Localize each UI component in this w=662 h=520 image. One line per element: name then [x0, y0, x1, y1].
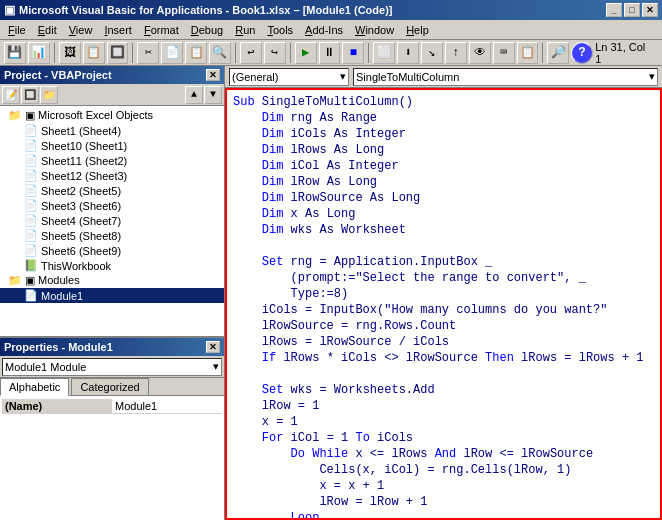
view-object-button[interactable]: 🔲: [21, 86, 39, 104]
menu-run[interactable]: Run: [229, 22, 261, 38]
tree-item-label: Sheet10 (Sheet1): [41, 140, 127, 152]
code-line: lRow = 1: [233, 398, 654, 414]
tree-item[interactable]: 📄Sheet12 (Sheet3): [0, 168, 224, 183]
code-line: [233, 238, 654, 254]
code-line: Dim iCols As Integer: [233, 126, 654, 142]
properties-title: Properties - Module1: [4, 341, 113, 353]
breakpoint-button[interactable]: ⬜: [373, 42, 395, 64]
toolbar: 💾 📊 🖼 📋 🔲 ✂ 📄 📋 🔍 ↩ ↪ ▶ ⏸ ■ ⬜ ⬇ ↘ ↑ 👁 ⌨ …: [0, 40, 662, 66]
tree-item-label: Sheet4 (Sheet7): [41, 215, 121, 227]
menu-window[interactable]: Window: [349, 22, 400, 38]
tree-item[interactable]: 📁▣ Microsoft Excel Objects: [0, 108, 224, 123]
tree-item[interactable]: 📄Sheet11 (Sheet2): [0, 153, 224, 168]
left-panel: Project - VBAProject ✕ 📝 🔲 📁 ▲ ▼ 📁▣ Micr…: [0, 66, 225, 520]
tree-item[interactable]: 📄Sheet10 (Sheet1): [0, 138, 224, 153]
properties-panel: Properties - Module1 ✕ Module1 Module ▾ …: [0, 338, 224, 520]
copy-button[interactable]: 📄: [161, 42, 183, 64]
properties-toolbar: Module1 Module ▾: [0, 356, 224, 378]
properties-object-dropdown[interactable]: Module1 Module ▾: [2, 358, 222, 376]
step-over-button[interactable]: ↘: [421, 42, 443, 64]
property-val-name[interactable]: Module1: [112, 399, 222, 413]
menu-format[interactable]: Format: [138, 22, 185, 38]
tab-categorized[interactable]: Categorized: [71, 378, 148, 395]
code-line: Set rng = Application.InputBox _: [233, 254, 654, 270]
code-line: Dim lRowSource As Long: [233, 190, 654, 206]
code-editor[interactable]: Sub SingleToMultiColumn() Dim rng As Ran…: [225, 88, 662, 520]
menu-edit[interactable]: Edit: [32, 22, 63, 38]
step-out-button[interactable]: ↑: [445, 42, 467, 64]
toggle-folders-button[interactable]: 📁: [40, 86, 58, 104]
view-excel-button[interactable]: 📊: [28, 42, 50, 64]
insert-userform-button[interactable]: 🖼: [59, 42, 81, 64]
run-button[interactable]: ▶: [295, 42, 317, 64]
tree-item-label: Module1: [41, 290, 83, 302]
project-close-button[interactable]: ✕: [206, 69, 220, 81]
tree-item[interactable]: 📄Sheet3 (Sheet6): [0, 198, 224, 213]
menu-file[interactable]: File: [2, 22, 32, 38]
tree-item-icon: 📄: [24, 154, 38, 167]
menu-tools[interactable]: Tools: [261, 22, 299, 38]
redo-button[interactable]: ↪: [264, 42, 286, 64]
tree-item-label: Sheet2 (Sheet5): [41, 185, 121, 197]
menu-addins[interactable]: Add-Ins: [299, 22, 349, 38]
save-button[interactable]: 💾: [4, 42, 26, 64]
insert-module-button[interactable]: 📋: [83, 42, 105, 64]
tree-item-icon: 📄: [24, 214, 38, 227]
tab-alphabetic[interactable]: Alphabetic: [0, 378, 69, 396]
cut-button[interactable]: ✂: [137, 42, 159, 64]
tree-item-icon: 📁: [8, 109, 22, 122]
menu-debug[interactable]: Debug: [185, 22, 229, 38]
find-button[interactable]: 🔍: [209, 42, 231, 64]
tree-item[interactable]: 📄Sheet6 (Sheet9): [0, 243, 224, 258]
separator-6: [542, 43, 543, 63]
tree-item[interactable]: 📗ThisWorkbook: [0, 258, 224, 273]
tree-item[interactable]: 📁▣ Modules: [0, 273, 224, 288]
immediate-button[interactable]: ⌨: [493, 42, 515, 64]
project-scroll-down[interactable]: ▼: [204, 86, 222, 104]
tree-item[interactable]: 📄Sheet5 (Sheet8): [0, 228, 224, 243]
view-code-button[interactable]: 📝: [2, 86, 20, 104]
project-toolbar: 📝 🔲 📁 ▲ ▼: [0, 84, 224, 106]
code-line: iCols = InputBox("How many columns do yo…: [233, 302, 654, 318]
code-line: Loop: [233, 510, 654, 520]
code-line: Dim wks As Worksheet: [233, 222, 654, 238]
tree-item[interactable]: 📄Sheet4 (Sheet7): [0, 213, 224, 228]
code-line: If lRows * iCols <> lRowSource Then lRow…: [233, 350, 654, 366]
procedure-dropdown-arrow-icon: ▾: [649, 70, 655, 83]
procedure-dropdown[interactable]: SingleToMultiColumn ▾: [353, 68, 658, 86]
object-dropdown-arrow-icon: ▾: [340, 70, 346, 83]
tree-item-label: Sheet12 (Sheet3): [41, 170, 127, 182]
tree-item-icon: 📄: [24, 199, 38, 212]
tree-item[interactable]: 📄Sheet2 (Sheet5): [0, 183, 224, 198]
watch-button[interactable]: 👁: [469, 42, 491, 64]
menu-view[interactable]: View: [63, 22, 99, 38]
help-button[interactable]: ?: [571, 42, 593, 64]
tree-item[interactable]: 📄Sheet1 (Sheet4): [0, 123, 224, 138]
properties-tabs: Alphabetic Categorized: [0, 378, 224, 396]
tree-item-icon: 📄: [24, 244, 38, 257]
project-scroll-up[interactable]: ▲: [185, 86, 203, 104]
undo-button[interactable]: ↩: [240, 42, 262, 64]
property-row-name: (Name) Module1: [2, 398, 222, 414]
tree-item[interactable]: 📄Module1: [0, 288, 224, 303]
insert-class-button[interactable]: 🔲: [107, 42, 129, 64]
tree-item-icon: 📗: [24, 259, 38, 272]
title-text: Microsoft Visual Basic for Applications …: [19, 4, 392, 16]
paste-button[interactable]: 📋: [185, 42, 207, 64]
object-browser-button[interactable]: 🔎: [547, 42, 569, 64]
maximize-button[interactable]: □: [624, 3, 640, 17]
menu-help[interactable]: Help: [400, 22, 435, 38]
code-line: x = x + 1: [233, 478, 654, 494]
pause-button[interactable]: ⏸: [319, 42, 341, 64]
close-button[interactable]: ✕: [642, 3, 658, 17]
properties-header: Properties - Module1 ✕: [0, 338, 224, 356]
object-dropdown[interactable]: (General) ▾: [229, 68, 349, 86]
stop-button[interactable]: ■: [342, 42, 364, 64]
properties-close-button[interactable]: ✕: [206, 341, 220, 353]
menu-insert[interactable]: Insert: [98, 22, 138, 38]
step-into-button[interactable]: ⬇: [397, 42, 419, 64]
minimize-button[interactable]: _: [606, 3, 622, 17]
cursor-status: Ln 31, Col 1: [595, 41, 658, 65]
code-line: [233, 366, 654, 382]
locals-button[interactable]: 📋: [517, 42, 539, 64]
